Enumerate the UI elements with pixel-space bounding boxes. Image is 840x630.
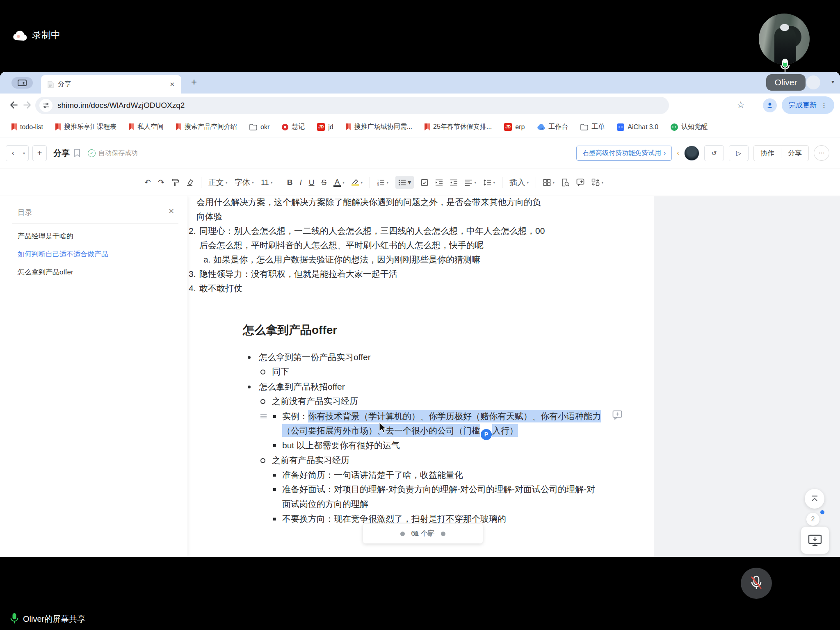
document-area: 会用什么解决方案，这个解决方案除了能解决你遇到的问题之外，是否会带来其他方向的负… — [0, 196, 840, 557]
chrome-update-button[interactable]: 完成更新 ⋮ — [782, 96, 834, 114]
italic-button[interactable]: I — [299, 178, 301, 187]
line-spacing-button[interactable]: ▾ — [483, 179, 495, 186]
scroll-to-top-button[interactable] — [805, 489, 824, 509]
bookmark-item[interactable]: 慧记 — [282, 123, 305, 131]
collapse-arrow-icon[interactable]: ‹ — [677, 149, 679, 157]
screenshare-status: Oliver的屏幕共享 — [10, 613, 85, 625]
bookmark-item[interactable]: JDjd — [317, 123, 333, 131]
new-tab-button[interactable]: + — [191, 76, 197, 88]
browser-toolbar: shimo.im/docs/WlArdWzjODUOXzq2 ☆ 完成更新 ⋮ — [0, 94, 840, 117]
bookmark-item[interactable]: 私人空间 — [129, 123, 164, 131]
bookmarks-bar: todo-list 搜推乐享汇课程表 私人空间 搜索产品空间介绍 okr 慧记 … — [0, 117, 840, 137]
font-size-select[interactable]: 11▾ — [261, 178, 273, 187]
toc-item[interactable]: 产品经理是干啥的 — [18, 231, 73, 241]
share-button[interactable]: 分享 — [781, 148, 808, 158]
paragraph-style-select[interactable]: 正文▾ — [208, 177, 228, 188]
clear-format-button[interactable] — [186, 178, 194, 187]
tab-close-icon[interactable]: ✕ — [169, 81, 175, 88]
update-label: 完成更新 — [789, 100, 817, 110]
underline-button[interactable]: U — [309, 178, 315, 187]
bookmark-item[interactable]: 25年春节休假安排... — [425, 123, 492, 131]
mic-on-icon — [10, 613, 19, 625]
autosave-status: ✓ 自动保存成功 — [88, 149, 138, 158]
close-icon[interactable]: ✕ — [168, 207, 174, 216]
undo-button[interactable]: ↶ — [144, 178, 151, 187]
toc-title: 目录 — [18, 208, 32, 217]
doc-line: 面试岗位的方向的理解 — [282, 498, 368, 510]
check-circle-icon: ✓ — [88, 149, 96, 157]
premium-trial-button[interactable]: 石墨高级付费功能免费试用 › — [576, 146, 672, 161]
drag-handle-icon[interactable] — [260, 414, 267, 418]
bullet-icon — [273, 488, 276, 491]
tab-share-doc[interactable]: 分享 ✕ — [41, 75, 181, 94]
address-bar[interactable]: shimo.im/docs/WlArdWzjODUOXzq2 — [35, 97, 669, 114]
bold-button[interactable]: B — [287, 178, 293, 187]
collaborator-avatar[interactable] — [684, 146, 699, 161]
mic-muted-button[interactable] — [741, 568, 772, 599]
bookmark-item[interactable]: AiChat 3.0 — [617, 123, 658, 131]
site-settings-icon[interactable] — [39, 99, 52, 112]
doc-bullet-line: 之前没有产品实习经历 — [272, 395, 358, 407]
indent-decrease-button[interactable] — [450, 179, 458, 186]
red-flag-icon — [129, 123, 134, 130]
indent-increase-button[interactable] — [435, 179, 443, 186]
doc-line: 后会怎么想，平时刷抖音的人怎么想、平时刷小红书的人怎么想，快手的呢 — [199, 239, 484, 251]
toc-item-active[interactable]: 如何判断自己适不适合做产品 — [18, 249, 108, 259]
participant-name-chip[interactable]: Oliver — [766, 74, 806, 91]
participant-count-badge[interactable]: 2 — [806, 513, 819, 526]
folder-icon — [249, 124, 257, 130]
bullet-icon — [273, 415, 276, 418]
highlight-color-button[interactable]: ▾ — [352, 179, 363, 186]
bookmark-item[interactable]: 工作台 — [537, 123, 568, 131]
redo-button[interactable]: ↷ — [158, 178, 164, 187]
forward-button[interactable] — [22, 99, 34, 111]
bookmark-item[interactable]: JDerp — [504, 123, 525, 131]
caret-down-icon[interactable]: ▾ — [20, 151, 28, 155]
chevron-down-icon[interactable]: ▾ — [831, 78, 834, 85]
layout-grid-button[interactable]: ▾ — [543, 179, 555, 186]
bullet-list-button-active[interactable]: ▾ — [395, 176, 414, 189]
version-compare-button[interactable]: ▾ — [591, 178, 603, 186]
numbered-list-button[interactable]: 123 ▾ — [377, 179, 388, 186]
doc-back-button[interactable]: ‹ ▾ — [6, 145, 29, 161]
font-family-select[interactable]: 字体▾ — [235, 177, 254, 188]
align-button[interactable]: ▾ — [465, 179, 476, 186]
tab-title: 分享 — [58, 80, 169, 89]
doc-line: 向体验 — [196, 210, 222, 223]
cloud-recording-icon — [12, 30, 27, 41]
bookmark-item[interactable]: 认知觉醒 — [671, 123, 708, 131]
format-painter-button[interactable] — [171, 178, 179, 187]
toc-panel: 目录 ✕ 产品经理是干啥的 如何判断自己适不适合做产品 怎么拿到产品offer — [0, 196, 187, 557]
chevron-left-icon[interactable]: ‹ — [7, 149, 20, 157]
cloud-icon — [537, 124, 545, 130]
present-button[interactable]: ▷ — [729, 145, 749, 161]
new-doc-button[interactable]: + — [32, 145, 47, 161]
tab-switcher-icon — [18, 80, 27, 86]
more-options-button[interactable]: ⋯ — [814, 145, 829, 161]
toc-item[interactable]: 怎么拿到产品offer — [18, 267, 73, 277]
screen-share-panel-button[interactable] — [801, 527, 829, 554]
tab-search-button[interactable] — [11, 77, 33, 89]
collab-button[interactable]: 协作 — [754, 148, 781, 158]
strikethrough-button[interactable]: S — [321, 178, 326, 187]
doc-search-button[interactable] — [562, 178, 569, 187]
menu-kebab-icon[interactable]: ⋮ — [821, 101, 827, 109]
comment-add-button[interactable] — [576, 178, 584, 186]
bookmark-item[interactable]: todo-list — [11, 123, 43, 131]
bookmark-star-icon[interactable]: ☆ — [737, 100, 745, 110]
font-color-button[interactable]: A▾ — [333, 178, 345, 187]
bookmark-item[interactable]: 搜推乐享汇课程表 — [55, 123, 116, 131]
checklist-button[interactable] — [421, 179, 428, 186]
bookmark-item[interactable]: 搜推广场域协同需... — [346, 123, 412, 131]
add-comment-icon[interactable] — [612, 410, 622, 420]
bookmark-folder[interactable]: 工单 — [580, 123, 605, 131]
bookmark-item[interactable]: 搜索产品空间介绍 — [176, 123, 237, 131]
back-button[interactable] — [7, 99, 19, 111]
profile-avatar[interactable] — [763, 98, 777, 112]
history-button[interactable]: ↺ — [704, 145, 724, 161]
favorite-flag-icon[interactable] — [74, 149, 80, 157]
jd-icon: JD — [317, 123, 325, 131]
bookmark-folder[interactable]: okr — [249, 123, 269, 131]
insert-menu[interactable]: 插入▾ — [509, 177, 529, 188]
mouse-cursor — [379, 422, 389, 433]
